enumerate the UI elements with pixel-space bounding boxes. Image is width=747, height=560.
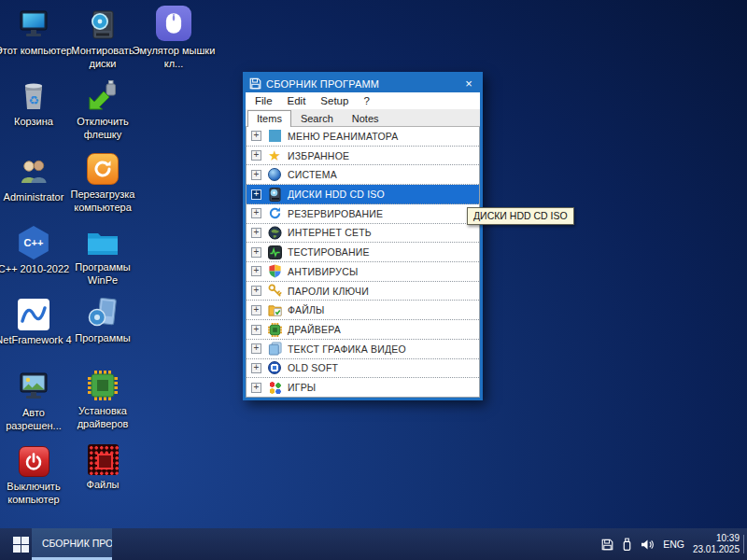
menu-setup[interactable]: Setup [313, 95, 356, 106]
expand-icon[interactable] [251, 305, 261, 315]
list-item[interactable]: АНТИВИРУСЫ [247, 262, 479, 282]
volume-icon[interactable] [641, 539, 655, 551]
sync-arrows-icon [267, 206, 282, 221]
restart-icon [69, 149, 136, 185]
desktop-icon-label: Administrator [0, 190, 73, 203]
menu-file[interactable]: File [247, 95, 280, 106]
menu-bar: File Edit Setup ? [246, 92, 480, 109]
show-desktop-button[interactable] [743, 535, 744, 553]
expand-icon[interactable] [251, 170, 261, 180]
list-item-label: РЕЗЕРВИРОВАНИЕ [288, 208, 383, 219]
list-item-label: ТЕКСТ ГРАФИКА ВИДЕО [288, 343, 406, 355]
expand-icon[interactable] [251, 383, 261, 393]
expand-icon[interactable] [251, 247, 261, 258]
expand-icon[interactable] [251, 266, 261, 276]
desktop-icon-cpp[interactable]: C++ C++ 2010-2022 [0, 224, 67, 275]
list-item[interactable]: ИГРЫ [247, 378, 479, 397]
chip-icon [267, 322, 282, 337]
desktop-icon-label: Корзина [0, 115, 73, 128]
tab-search[interactable]: Search [291, 110, 343, 126]
desktop-icon-mount-disks[interactable]: Монтировать диски [69, 6, 136, 70]
list-item-label: ДРАЙВЕРА [288, 324, 341, 335]
list-item-label: ИНТЕРНЕТ СЕТЬ [288, 227, 372, 238]
list-item[interactable]: ДРАЙВЕРА [247, 320, 479, 340]
desktop-icon-files[interactable]: Файлы [69, 440, 136, 491]
desktop-icon-programs[interactable]: Программы [69, 293, 136, 344]
expand-icon[interactable] [251, 286, 261, 296]
list-item[interactable]: OLD SOFT [247, 359, 479, 379]
expand-icon[interactable] [251, 228, 261, 238]
desktop-icon-netframework[interactable]: NetFramework 4 [0, 295, 67, 346]
window-titlebar[interactable]: СБОРНИК ПРОГРАММ × [246, 75, 480, 92]
desktop-icon-recycle-bin[interactable]: ♻ Корзина [0, 77, 67, 128]
list-item[interactable]: МЕНЮ РЕАНИМАТОРА [247, 127, 479, 147]
desktop-icon-label: Перезагрузка компьютера [63, 188, 142, 214]
desktop-icon-this-computer[interactable]: Этот компьютер [0, 6, 67, 57]
list-item[interactable]: ТЕКСТ ГРАФИКА ВИДЕО [247, 340, 479, 359]
list-item-label: АНТИВИРУСЫ [288, 266, 358, 277]
tab-items[interactable]: Items [247, 110, 291, 127]
expand-icon[interactable] [251, 150, 261, 161]
desktop-icon-label: Программы WinPe [63, 260, 142, 287]
expand-icon[interactable] [251, 325, 261, 335]
app-window: СБОРНИК ПРОГРАММ × File Edit Setup ? Ite… [243, 72, 483, 400]
desktop-icon-eject-usb[interactable]: Отключить флешку [69, 77, 136, 141]
window-title: СБОРНИК ПРОГРАММ [266, 78, 457, 90]
svg-text:♻: ♻ [28, 93, 39, 107]
list-item[interactable]: ПАРОЛИ КЛЮЧИ [247, 282, 479, 301]
menu-edit[interactable]: Edit [280, 95, 314, 106]
list-item-selected[interactable]: ДИСКИ HDD CD ISO [247, 185, 479, 204]
desktop-icon-label: Выключить компьютер [0, 480, 73, 506]
disc-ring-icon [267, 360, 282, 375]
list-item-label: ИЗБРАННОЕ [288, 150, 349, 161]
expand-icon[interactable] [251, 189, 261, 200]
close-icon[interactable]: × [461, 77, 476, 91]
desktop-icon-restart[interactable]: Перезагрузка компьютера [69, 149, 136, 214]
cpp-icon-text: C++ [24, 237, 44, 248]
list-item[interactable]: ФАЙЛЫ [247, 301, 479, 320]
shield-icon [267, 264, 282, 279]
desktop-icon-label: Файлы [63, 478, 142, 491]
list-item[interactable]: СИСТЕМА [247, 165, 479, 185]
clock[interactable]: 10:39 23.01.2025 [693, 533, 740, 556]
desktop-icon-mouse-emulator[interactable]: Эмулятор мышки кл... [136, 6, 211, 70]
desktop-icon-label: NetFramework 4 [0, 333, 73, 346]
software-box-icon [69, 293, 136, 329]
list-item[interactable]: РЕЗЕРВИРОВАНИЕ [247, 204, 479, 224]
folder-check-icon [267, 302, 282, 317]
list-item-label: OLD SOFT [288, 362, 338, 373]
desktop-icon-shutdown[interactable]: Выключить компьютер [0, 441, 67, 506]
list-item[interactable]: ИНТЕРНЕТ СЕТЬ [247, 224, 479, 244]
desktop-icon-administrator[interactable]: Administrator [0, 152, 67, 203]
waveform-icon [267, 245, 282, 259]
list-item-label: ТЕСТИРОВАНИЕ [288, 246, 370, 258]
expand-icon[interactable] [251, 363, 261, 373]
keys-icon [267, 284, 282, 299]
desktop-icon-label: C++ 2010-2022 [0, 262, 73, 275]
star-icon [267, 148, 282, 163]
list-item[interactable]: ИЗБРАННОЕ [247, 147, 479, 166]
taskbar-task-button[interactable]: СБОРНИК ПРОГРА... [32, 528, 112, 560]
expand-icon[interactable] [251, 131, 261, 141]
list-item[interactable]: ТЕСТИРОВАНИЕ [247, 243, 479, 262]
documents-icon [267, 342, 282, 357]
list-item-label: ИГРЫ [288, 382, 316, 393]
task-button-label: СБОРНИК ПРОГРА... [42, 538, 112, 549]
desktop-icon-label: Этот компьютер [0, 44, 73, 57]
expand-icon[interactable] [251, 343, 261, 354]
clock-date: 23.01.2025 [693, 544, 740, 556]
mouse-emulator-icon [136, 6, 211, 41]
usb-icon[interactable] [622, 538, 632, 552]
expand-icon[interactable] [251, 208, 261, 218]
list-item-label: МЕНЮ РЕАНИМАТОРА [288, 131, 399, 142]
desktop-icon-driver-install[interactable]: Установка драйверов [69, 366, 136, 430]
desktop-icon-winpe-programs[interactable]: Программы WinPe [69, 222, 136, 287]
folder-icon [69, 222, 136, 258]
floppy-icon [249, 77, 261, 90]
tab-notes[interactable]: Notes [343, 110, 388, 126]
desktop-icon-label: Программы [63, 331, 142, 344]
desktop-icon-auto-resolution[interactable]: Авто разрешен... [0, 368, 67, 432]
floppy-icon[interactable] [601, 539, 613, 551]
menu-help[interactable]: ? [356, 95, 376, 106]
language-indicator[interactable]: ENG [663, 539, 684, 550]
